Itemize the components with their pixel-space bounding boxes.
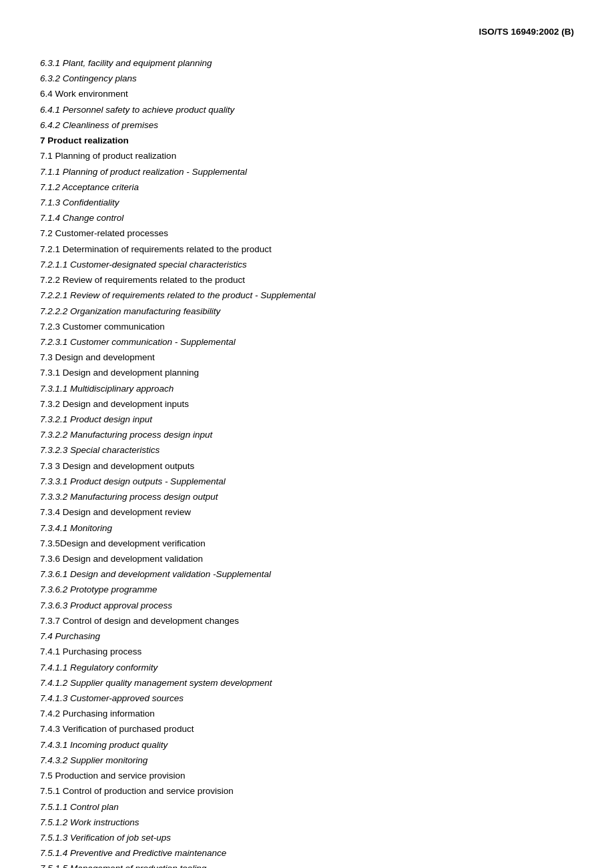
- toc-item: 7.5.1.1 Control plan: [40, 799, 574, 815]
- toc-item: 7.5.1.5 Management of production tooling: [40, 861, 574, 868]
- toc-item: 7.1 Planning of product realization: [40, 148, 574, 163]
- document-header: ISO/TS 16949:2002 (B): [40, 27, 574, 37]
- toc-item: 7.3.1 Design and development planning: [40, 365, 574, 380]
- toc-item: 7.3.3.1 Product design outputs - Supplem…: [40, 474, 574, 489]
- toc-item: 6.4.1 Personnel safety to achieve produc…: [40, 102, 574, 117]
- document-title: ISO/TS 16949:2002 (B): [479, 27, 574, 37]
- toc-item: 7.5.1.4 Preventive and Predictive mainte…: [40, 845, 574, 861]
- toc-item: 7.2.1.1 Customer-designated special char…: [40, 257, 574, 272]
- toc-item: 7.3.6.3 Product approval process: [40, 598, 574, 613]
- toc-item: 7.4.1.3 Customer-approved sources: [40, 691, 574, 706]
- toc-item: 7.4.1.1 Regulatory conformity: [40, 660, 574, 675]
- toc-item: 7.4.3.1 Incoming product quality: [40, 737, 574, 753]
- toc-item: 6.3.2 Contingency plans: [40, 71, 574, 86]
- toc-item: 7.4.1.2 Supplier quality management syst…: [40, 675, 574, 691]
- toc-item: 7.3.5Design and development verification: [40, 536, 574, 551]
- toc-item: 7.3.6.2 Prototype programme: [40, 582, 574, 597]
- toc-item: 6.4 Work environment: [40, 86, 574, 101]
- toc-item: 7.3.6 Design and development validation: [40, 551, 574, 566]
- toc-item: 7.3.2.1 Product design input: [40, 412, 574, 427]
- toc-item: 7.2.2.2 Organization manufacturing feasi…: [40, 304, 574, 319]
- toc-item: 7.1.1 Planning of product realization - …: [40, 164, 574, 179]
- toc-item: 7.2 Customer-related processes: [40, 226, 574, 241]
- toc-item: 7.4.3.2 Supplier monitoring: [40, 753, 574, 768]
- toc-item: 7.5.1 Control of production and service …: [40, 783, 574, 799]
- page: ISO/TS 16949:2002 (B) 6.3.1 Plant, facil…: [0, 0, 614, 868]
- toc-item: 7.3.2.2 Manufacturing process design inp…: [40, 427, 574, 442]
- toc-item: 7.3.2 Design and development inputs: [40, 396, 574, 412]
- toc-item: 7.3 Design and development: [40, 350, 574, 365]
- toc-item: 7.3 3 Design and development outputs: [40, 458, 574, 474]
- toc-item: 7.3.4 Design and development review: [40, 504, 574, 520]
- toc-item: 7.3.2.3 Special characteristics: [40, 442, 574, 458]
- toc-item: 7.2.3.1 Customer communication - Supplem…: [40, 334, 574, 350]
- toc-item: 7.2.2 Review of requirements related to …: [40, 272, 574, 288]
- toc-item: 7.5.1.2 Work instructions: [40, 815, 574, 830]
- toc-item: 7.4 Purchasing: [40, 628, 574, 644]
- toc-item: 7.4.3 Verification of purchased product: [40, 721, 574, 737]
- toc-item: 7.4.1 Purchasing process: [40, 644, 574, 659]
- toc-item: 7.2.2.1 Review of requirements related t…: [40, 288, 574, 303]
- toc-item: 7.1.3 Confidentiality: [40, 195, 574, 210]
- toc-item: 7.3.3.2 Manufacturing process design out…: [40, 489, 574, 504]
- toc-item: 7.5.1.3 Verification of job set-ups: [40, 830, 574, 845]
- toc-item: 7.3.4.1 Monitoring: [40, 520, 574, 536]
- toc-item: 6.3.1 Plant, facility and equipment plan…: [40, 55, 574, 71]
- toc-list: 6.3.1 Plant, facility and equipment plan…: [40, 55, 574, 868]
- toc-item: 7.5 Production and service provision: [40, 768, 574, 783]
- toc-item: 7.1.4 Change control: [40, 210, 574, 226]
- toc-item: 7 Product realization: [40, 133, 574, 148]
- toc-item: 7.3.1.1 Multidisciplinary approach: [40, 381, 574, 396]
- toc-item: 7.2.1 Determination of requirements rela…: [40, 242, 574, 257]
- toc-item: 7.4.2 Purchasing information: [40, 706, 574, 721]
- toc-item: 7.3.7 Control of design and development …: [40, 613, 574, 628]
- toc-item: 6.4.2 Cleanliness of premises: [40, 117, 574, 133]
- toc-item: 7.3.6.1 Design and development validatio…: [40, 566, 574, 582]
- toc-item: 7.1.2 Acceptance criteria: [40, 179, 574, 195]
- toc-item: 7.2.3 Customer communication: [40, 319, 574, 334]
